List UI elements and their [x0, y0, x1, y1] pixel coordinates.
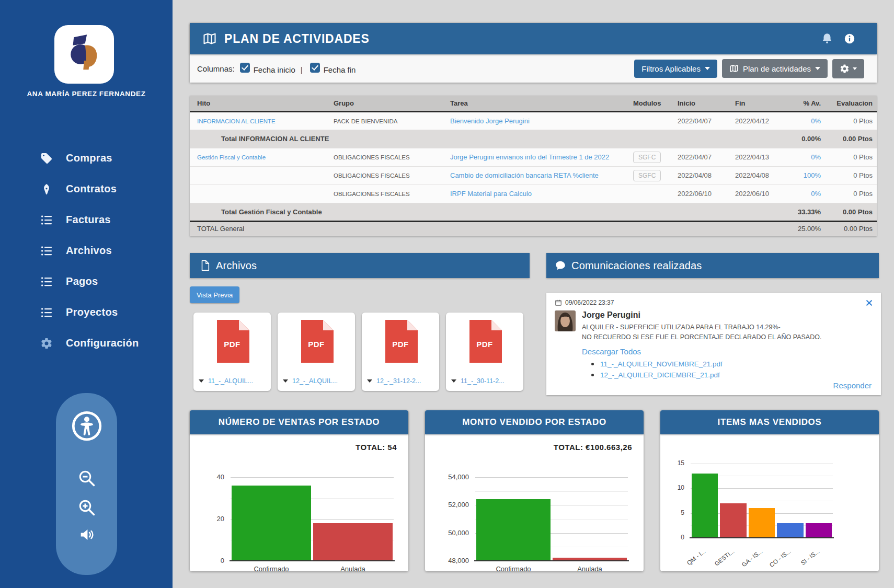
y-axis-tick-label: 20	[190, 515, 224, 523]
chevron-down-icon[interactable]	[451, 379, 456, 383]
pdf-file-list: PDF11_-_ALQUIL...PDF12_-_ALQUIL...PDF12_…	[193, 313, 523, 391]
cell-inicio: 2022/04/08	[673, 166, 731, 185]
vista-previa-button[interactable]: Vista Previa	[190, 286, 239, 303]
comunicaciones-title: Comunicaciones realizadas	[571, 260, 702, 272]
filtros-button-label: Filtros Aplicables	[641, 64, 701, 73]
bar-anulada	[313, 523, 393, 561]
pdf-file-link[interactable]: 11_-_ALQUIL...	[208, 377, 253, 385]
sidebar-item-facturas[interactable]: Facturas	[0, 204, 173, 235]
pdf-file-link[interactable]: 12_-_31-12-2...	[376, 377, 421, 385]
chart-title: MONTO VENDIDO POR ESTADO	[462, 417, 606, 428]
chevron-down-icon	[815, 67, 820, 70]
total-evaluacion: 0.00 Ptos	[825, 221, 877, 236]
cell-tarea: Bienvenido Jorge Perugini	[446, 111, 629, 130]
checkbox-fecha-fin[interactable]	[310, 63, 320, 73]
chevron-down-icon[interactable]	[367, 379, 372, 383]
responder-link[interactable]: Responder	[833, 381, 872, 390]
hito-link[interactable]: Gestión Fiscal y Contable	[197, 154, 266, 160]
chevron-down-icon[interactable]	[283, 379, 288, 383]
sidebar-item-label: Facturas	[66, 214, 111, 226]
x-axis-line	[230, 560, 395, 561]
cell-fin: 2022/04/12	[731, 111, 788, 130]
pdf-label: PDF	[392, 340, 409, 349]
pdf-file-link[interactable]: 12_-_ALQUIL...	[292, 377, 338, 385]
pdf-file-card: PDF11_-_30-11-2...	[446, 313, 523, 391]
column-header-evaluacion: Evaluacion	[825, 96, 877, 111]
column-header-av: % Av.	[788, 96, 825, 111]
chevron-down-icon[interactable]	[199, 379, 204, 383]
total-avance: 0.00%	[788, 130, 825, 148]
tarea-link[interactable]: Cambio de domiciliación bancaria RETA %c…	[450, 171, 599, 179]
map-icon	[729, 64, 739, 73]
column-header-modulos: Modulos	[629, 96, 673, 111]
bar-si-is	[806, 523, 832, 538]
pdf-file-link[interactable]: 11_-_30-11-2...	[461, 377, 505, 385]
info-icon[interactable]	[843, 32, 856, 45]
grupo-label: OBLIGACIONES FISCALES	[334, 191, 410, 197]
attachment-list: 11_-_ALQUILER_NOVIEMBRE_21.pdf12_-_ALQUI…	[591, 360, 873, 379]
bar-co-is	[777, 523, 803, 538]
chart-plot-area: TOTAL: 54 02040ConfirmadoAnulada	[190, 434, 408, 571]
y-axis-tick-label: 54,000	[425, 473, 469, 481]
total-avance: 25.00%	[788, 221, 825, 236]
hito-link[interactable]: INFORMACION AL CLIENTE	[197, 118, 276, 124]
accessibility-icon[interactable]	[71, 410, 103, 442]
bar-confirmado	[232, 486, 311, 561]
chart-ventas-por-estado: NÚMERO DE VENTAS POR ESTADO TOTAL: 54 02…	[190, 410, 408, 571]
plan-de-actividades-panel: PLAN DE ACTIVIDADES Columnas: Fecha inic…	[190, 23, 877, 83]
pdf-file-card: PDF11_-_ALQUIL...	[193, 313, 271, 391]
sidebar-item-configuracio-n[interactable]: Configuración	[0, 328, 173, 359]
avance-value: 25.00%	[798, 225, 821, 233]
column-toggles: Fecha inicio|Fecha fin	[235, 63, 356, 74]
minor-gridline	[475, 491, 628, 492]
total-label: TOTAL General	[190, 221, 788, 236]
sidebar-item-label: Archivos	[66, 245, 112, 257]
y-axis-tick-label: 50,000	[425, 529, 469, 537]
chart-items-mas-vendidos: ITEMS MAS VENDIDOS 051015QM - I...GESTI.…	[660, 410, 879, 571]
cell-avance: 0%	[788, 185, 825, 203]
list-icon	[40, 306, 53, 319]
cell-fin: 2022/04/08	[731, 166, 788, 185]
total-label: Total Gestión Fiscal y Contable	[190, 203, 788, 221]
sidebar-item-compras[interactable]: Compras	[0, 143, 173, 174]
table-row: Total Gestión Fiscal y Contable33.33%0.0…	[190, 203, 877, 221]
user-name: ANA MARÍA PEREZ FERNANDEZ	[0, 90, 173, 98]
close-icon[interactable]	[866, 299, 873, 306]
bullet-dot	[591, 363, 594, 365]
zoom-out-icon[interactable]	[77, 468, 97, 488]
zoom-in-icon[interactable]	[77, 498, 97, 517]
message-timestamp: 09/06/2022 23:37	[565, 299, 614, 306]
tarea-link[interactable]: Bienvenido Jorge Perugini	[450, 117, 530, 125]
cell-evaluacion: 0 Ptos	[825, 185, 877, 203]
cell-grupo: PACK DE BIENVENIDA	[329, 111, 446, 130]
plan-de-actividades-button[interactable]: Plan de actividades	[722, 59, 828, 78]
column-header-hito: Hito	[190, 96, 329, 111]
pdf-label: PDF	[308, 340, 325, 349]
attachment-link[interactable]: 11_-_ALQUILER_NOVIEMBRE_21.pdf	[600, 360, 723, 368]
sidebar-item-contratos[interactable]: Contratos	[0, 174, 173, 204]
logo-graphic	[62, 32, 107, 77]
calendar-icon	[555, 299, 562, 306]
tarea-link[interactable]: Jorge Perugini envianos info del Trimest…	[450, 153, 609, 161]
settings-button[interactable]	[832, 59, 864, 78]
y-axis-tick-label: 15	[660, 459, 684, 467]
table-body: INFORMACION AL CLIENTEPACK DE BIENVENIDA…	[190, 111, 877, 236]
tarea-link[interactable]: IRPF Material para Calculo	[450, 190, 532, 198]
bar-ga-is	[749, 508, 775, 538]
sidebar-item-proyectos[interactable]: Proyectos	[0, 297, 173, 328]
bell-icon[interactable]	[820, 31, 834, 46]
y-axis-tick-label: 0	[660, 534, 684, 541]
descargar-todos-link[interactable]: Descargar Todos	[582, 347, 641, 356]
module-badge[interactable]: SGFC	[633, 170, 661, 181]
cell-grupo: OBLIGACIONES FISCALES	[329, 148, 446, 166]
sidebar-item-pagos[interactable]: Pagos	[0, 266, 173, 297]
filtros-aplicables-button[interactable]: Filtros Aplicables	[634, 60, 717, 78]
cell-modulos: SGFC	[629, 148, 673, 166]
y-axis-tick-label: 52,000	[425, 501, 469, 509]
module-badge[interactable]: SGFC	[633, 152, 661, 163]
chart-plot-area: 051015QM - I...GESTI...GA - IS...CO - IS…	[660, 434, 879, 571]
checkbox-fecha-inicio[interactable]	[240, 63, 250, 73]
speaker-icon[interactable]	[77, 525, 97, 545]
attachment-link[interactable]: 12_-_ALQUILER_DICIEMBRE_21.pdf	[600, 371, 720, 379]
sidebar-item-archivos[interactable]: Archivos	[0, 235, 173, 266]
